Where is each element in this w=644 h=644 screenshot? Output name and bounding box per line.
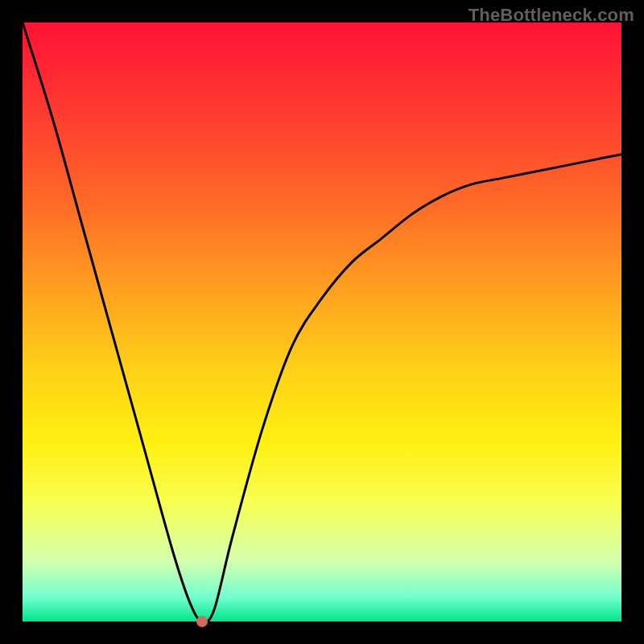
optimal-point-marker bbox=[196, 616, 208, 627]
bottleneck-curve bbox=[23, 23, 621, 621]
curve-svg bbox=[23, 23, 621, 621]
chart-frame: TheBottleneck.com bbox=[0, 0, 644, 644]
watermark-text: TheBottleneck.com bbox=[469, 5, 634, 26]
plot-area bbox=[23, 23, 621, 621]
